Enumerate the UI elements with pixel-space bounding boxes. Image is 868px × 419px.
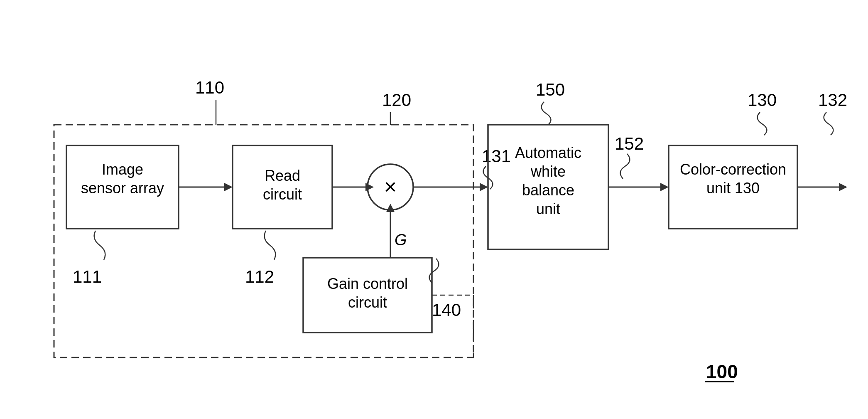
svg-text:white: white (530, 163, 566, 180)
svg-text:150: 150 (536, 80, 565, 99)
svg-text:circuit: circuit (348, 294, 387, 311)
svg-text:112: 112 (245, 267, 274, 286)
svg-text:Automatic: Automatic (515, 144, 581, 161)
svg-text:131: 131 (482, 146, 511, 166)
svg-rect-0 (0, 0, 868, 419)
svg-text:Image: Image (102, 161, 143, 178)
svg-text:152: 152 (615, 134, 644, 153)
svg-text:unit: unit (536, 200, 560, 217)
svg-text:130: 130 (748, 90, 777, 110)
svg-text:circuit: circuit (263, 186, 302, 203)
svg-text:Read: Read (265, 167, 300, 184)
svg-text:sensor array: sensor array (81, 180, 164, 197)
diagram-container: 110 Image sensor array 111 Read circuit … (0, 0, 868, 419)
svg-text:Gain control: Gain control (327, 275, 408, 292)
svg-text:111: 111 (73, 267, 102, 286)
svg-text:140: 140 (432, 300, 461, 320)
svg-text:Color-correction: Color-correction (680, 161, 786, 178)
svg-text:unit 130: unit 130 (706, 180, 760, 197)
svg-text:132: 132 (818, 90, 847, 110)
svg-text:G: G (395, 231, 407, 249)
svg-text:balance: balance (522, 182, 574, 199)
svg-text:110: 110 (195, 78, 224, 97)
svg-text:120: 120 (382, 90, 411, 110)
svg-text:×: × (384, 175, 397, 199)
svg-text:100: 100 (706, 361, 738, 382)
